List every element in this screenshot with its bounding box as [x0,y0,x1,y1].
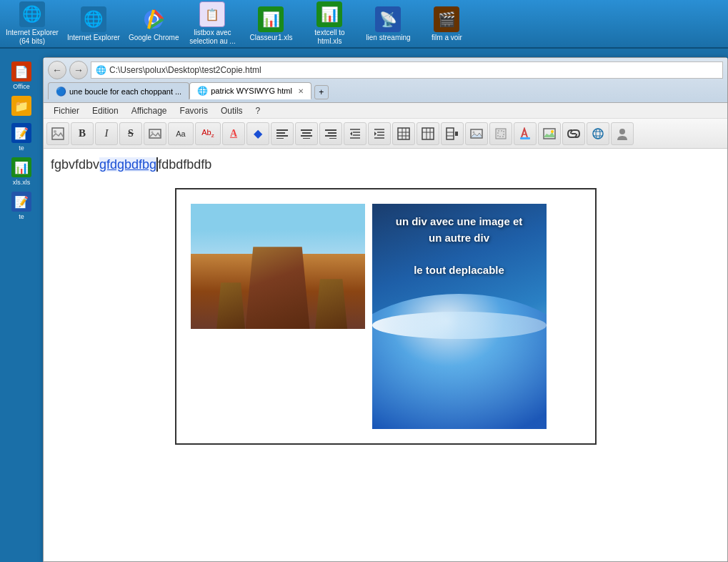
taskbar: 🌐 Internet Explorer(64 bits) 🌐 Internet … [0,0,728,49]
toolbar-strike-btn[interactable]: S [119,122,142,145]
film-icon: 🎬 [434,6,459,32]
ie-icon: 🌐 [81,6,106,32]
textcell-icon: 📊 [316,1,342,27]
toolbar-img-insert-btn[interactable] [465,122,488,145]
svg-point-49 [593,129,603,139]
browser-chrome: ← → 🌐 C:\Users\polux\Desktop\test2Copie.… [44,58,727,103]
taskbar-textcell[interactable]: 📊 textcell tohtml.xls [304,1,354,46]
toolbar-bold-btn[interactable]: B [71,122,94,145]
toolbar-fontsize-btn[interactable]: Aa [168,122,194,145]
taskbar-streaming-label: lien streaming [366,34,410,41]
toolbar-align-right-btn[interactable] [319,122,342,145]
menu-fichier[interactable]: Fichier [48,104,85,117]
toolbar-special-btn[interactable]: ◆ [246,122,269,145]
text-highlighted: gfdgbdfbg [99,157,156,172]
toolbar-image2-btn[interactable] [144,122,166,145]
tab-boucle[interactable]: 🔵 une boucle for each choppant ... [48,82,189,99]
menu-outils[interactable]: Outils [215,104,249,117]
taskbar-ie-label: Internet Explorer [67,34,120,41]
toolbar-outdent-btn[interactable] [368,122,391,145]
toolbar-link-btn[interactable] [562,122,585,145]
tab-wysiwyg-label: patrick WYSIWYG html [211,87,292,95]
address-bar[interactable]: 🌐 C:\Users\polux\Desktop\test2Copie.html [91,61,723,79]
taskbar-listbox-label: listbox avecselection au ... [189,29,235,46]
new-tab-button[interactable]: + [314,85,329,99]
tab-boucle-icon: 🔵 [56,87,66,97]
svg-point-47 [551,130,554,133]
browser-window: ← → 🌐 C:\Users\polux\Desktop\test2Copie.… [43,57,728,562]
desktop-icons-left: 📄 Office 📁 📝 te 📊 xls.xls 📝 te [0,57,43,225]
taskbar-textcell-label: textcell tohtml.xls [314,29,344,46]
svg-rect-32 [422,128,434,139]
toolbar-img2-btn[interactable] [489,122,512,145]
desktop-icon-te2[interactable]: 📝 te [3,190,40,222]
toolbar-table3-btn[interactable] [441,122,464,145]
taskbar-ie[interactable]: 🌐 Internet Explorer [67,6,120,41]
desktop-icon-office[interactable]: 📄 Office [3,60,40,92]
desktop-icon-te[interactable]: 📝 te [3,122,40,153]
tab-wysiwyg[interactable]: 🌐 patrick WYSIWYG html ✕ [189,82,311,99]
toolbar-font-btn[interactable]: Abz [195,122,221,145]
wave-text-line3: le tout deplacable [378,262,541,279]
menu-affichage[interactable]: Affichage [126,104,173,117]
taskbar-streaming[interactable]: 📡 lien streaming [363,6,413,41]
menu-bar: Fichier Edition Affichage Favoris Outils… [44,103,727,119]
desert-image [191,204,365,329]
taskbar-chrome-label: Google Chrome [129,34,179,41]
tab-close-button[interactable]: ✕ [298,87,304,95]
toolbar-table2-btn[interactable] [417,122,439,145]
toolbar-img3-btn[interactable] [538,122,561,145]
office-icon: 📄 [11,61,31,82]
toolbar-indent-btn[interactable] [344,122,367,145]
svg-rect-39 [455,132,458,136]
classeur-icon: 📊 [258,6,284,32]
tabs-row: 🔵 une boucle for each choppant ... 🌐 pat… [48,82,723,99]
te-icon: 📝 [11,123,31,143]
menu-help[interactable]: ? [250,104,266,117]
svg-rect-36 [447,128,454,139]
forward-button[interactable]: → [69,61,88,79]
menu-edition[interactable]: Edition [86,104,124,117]
taskbar-classeur[interactable]: 📊 Classeur1.xls [246,6,296,41]
wave-image: un div avec une image et un autre div le… [372,204,547,429]
address-text: C:\Users\polux\Desktop\test2Copie.html [109,65,261,75]
svg-rect-45 [520,137,530,139]
taskbar-film[interactable]: 🎬 film a voir [422,6,472,41]
toolbar-color-btn[interactable]: A [222,122,245,145]
desert-butte-left [216,282,245,329]
toolbar-image-btn[interactable] [46,122,69,145]
toolbar-align-left-btn[interactable] [271,122,294,145]
taskbar-chrome[interactable]: Google Chrome [129,6,179,41]
taskbar-ie64[interactable]: 🌐 Internet Explorer(64 bits) [6,1,59,46]
toolbar-paint-btn[interactable] [514,122,537,145]
svg-rect-3 [52,128,64,139]
address-bar-icon: 🌐 [96,65,106,75]
menu-favoris[interactable]: Favoris [174,104,214,117]
desert-butte-right [315,279,347,329]
taskbar-film-label: film a voir [432,34,462,41]
svg-point-4 [54,130,56,133]
svg-rect-27 [398,128,409,139]
desktop-icon-folder[interactable]: 📁 [3,94,40,119]
toolbar-globe-btn[interactable] [587,122,609,145]
folder-icon: 📁 [11,96,31,116]
svg-rect-5 [149,129,161,138]
text-before-highlight: fgbvfdbv [51,157,99,172]
tab-boucle-label: une boucle for each choppant ... [69,87,181,96]
desert-butte [246,247,310,329]
content-area[interactable]: fgbvfdbvgfdgbdfbgfdbdfbdfb [44,149,727,561]
wave-text-line2: un autre div [378,230,541,247]
desktop-icon-xls[interactable]: 📊 xls.xls [3,156,40,187]
back-button[interactable]: ← [48,61,66,79]
wave-foam [372,312,547,339]
te2-icon: 📝 [11,192,31,212]
wave-text-line1: un div avec une image et [378,214,541,230]
toolbar-italic-btn[interactable]: I [95,122,118,145]
svg-point-50 [596,129,600,139]
toolbar-table-btn[interactable] [392,122,415,145]
taskbar-listbox[interactable]: 📋 listbox avecselection au ... [187,1,237,46]
toolbar-align-center-btn[interactable] [295,122,318,145]
svg-point-53 [619,129,625,134]
address-bar-row: ← → 🌐 C:\Users\polux\Desktop\test2Copie.… [48,61,723,79]
toolbar-person-btn[interactable] [611,122,634,145]
